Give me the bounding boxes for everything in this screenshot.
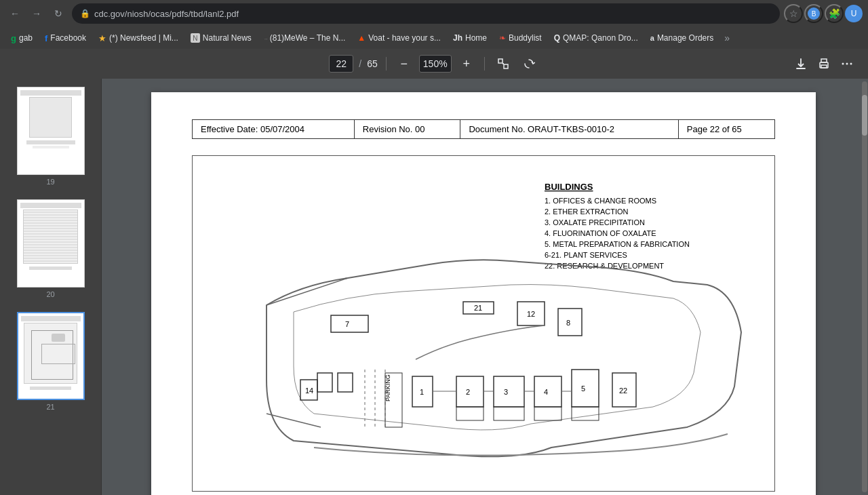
bookmark-facebook[interactable]: f Facebook: [39, 29, 92, 47]
bookmark-voat[interactable]: ▲ Voat - have your s...: [352, 29, 446, 47]
thumb-19-img: [17, 87, 85, 175]
extension-button[interactable]: B: [804, 4, 823, 23]
figure-box: BUILDINGS 1. OFFICES & CHANGE ROOMS 2. E…: [192, 155, 775, 492]
svg-rect-1: [504, 64, 508, 68]
fit-page-button[interactable]: [493, 54, 513, 74]
rotate-icon: [523, 58, 535, 70]
rotate-button[interactable]: [519, 54, 539, 74]
bookmark-newsfeed[interactable]: ★ (*) Newsfeed | Mi...: [93, 29, 184, 47]
svg-text:2: 2: [466, 388, 470, 396]
svg-text:12: 12: [527, 310, 535, 318]
bookmarks-bar: g gab f Facebook ★ (*) Newsfeed | Mi... …: [0, 27, 868, 49]
bookmark-facebook-label: Facebook: [50, 33, 86, 43]
zoom-input[interactable]: [419, 55, 452, 73]
thumb-21-img: [17, 312, 85, 400]
zoom-out-button[interactable]: −: [395, 54, 414, 73]
thumb-20-img: [17, 199, 85, 288]
thumbnail-page-21[interactable]: 21: [0, 309, 101, 414]
bookmark-buddylist[interactable]: ❧ Buddylist: [494, 29, 547, 47]
svg-rect-22: [331, 315, 368, 332]
svg-text:7: 7: [345, 320, 349, 328]
lock-icon: 🔒: [80, 9, 90, 18]
print-button[interactable]: [814, 54, 834, 74]
svg-point-11: [850, 63, 852, 65]
scrollbar-thumb[interactable]: [862, 95, 867, 136]
bookmark-voat-label: Voat - have your s...: [368, 33, 441, 43]
svg-text:8: 8: [566, 319, 570, 327]
fit-page-icon: [497, 58, 509, 70]
svg-text:3. OXALATE PRECIPITATION: 3. OXALATE PRECIPITATION: [545, 218, 645, 226]
address-bar[interactable]: 🔒 cdc.gov/niosh/ocas/pdfs/tbd/lanl2.pdf: [72, 3, 780, 24]
bookmark-qmap[interactable]: Q QMAP: Qanon Dro...: [549, 29, 644, 47]
pdf-controls: / 65 − +: [329, 54, 538, 74]
svg-rect-51: [338, 373, 353, 392]
pdf-page-22: Effective Date: 05/07/2004 Revision No. …: [151, 92, 816, 495]
svg-text:14: 14: [305, 387, 313, 395]
thumbnail-page-20[interactable]: 20: [0, 197, 101, 301]
address-bar-row: ← → ↻ 🔒 cdc.gov/niosh/ocas/pdfs/tbd/lanl…: [0, 0, 868, 27]
svg-text:22. RESEARCH & DEVELOPMENT: 22. RESEARCH & DEVELOPMENT: [545, 262, 664, 270]
forward-button[interactable]: →: [27, 4, 46, 23]
svg-rect-43: [534, 407, 561, 420]
more-bookmarks-button[interactable]: »: [720, 31, 734, 45]
toolbar-divider-1: [386, 57, 387, 71]
content-scrollbar[interactable]: [862, 81, 867, 492]
revision-cell: Revision No. 00: [354, 120, 460, 139]
total-pages: 65: [367, 58, 378, 69]
pdf-main: 19 20 21: [0, 79, 868, 495]
newsfeed-icon: ★: [98, 33, 106, 43]
svg-text:5: 5: [581, 384, 585, 393]
svg-rect-46: [572, 407, 599, 420]
bookmark-mewe[interactable]: ··· (81)MeWe – The N...: [258, 29, 351, 47]
thumbnail-page-19[interactable]: 19: [0, 84, 101, 189]
url-text: cdc.gov/niosh/ocas/pdfs/tbd/lanl2.pdf: [94, 9, 772, 19]
effective-date-cell: Effective Date: 05/07/2004: [193, 120, 355, 139]
bookmark-gab[interactable]: g gab: [5, 29, 38, 47]
bookmark-newsfeed-label: (*) Newsfeed | Mi...: [109, 33, 178, 43]
bookmark-gab-label: gab: [19, 33, 33, 43]
svg-text:1: 1: [420, 388, 424, 396]
bookmark-buddylist-label: Buddylist: [509, 33, 542, 43]
svg-text:21: 21: [474, 304, 482, 312]
more-tools-button[interactable]: [837, 54, 857, 74]
svg-rect-40: [494, 407, 524, 420]
more-tools-icon: [840, 57, 854, 71]
download-button[interactable]: [791, 54, 811, 74]
profile-avatar[interactable]: U: [845, 5, 863, 22]
bookmark-naturalnews-label: Natural News: [203, 33, 252, 43]
reload-button[interactable]: ↻: [49, 4, 68, 23]
thumb-19-num: 19: [46, 178, 54, 186]
back-button[interactable]: ←: [5, 4, 24, 23]
svg-text:2. ETHER EXTRACTION: 2. ETHER EXTRACTION: [545, 207, 629, 216]
document-no-cell: Document No. ORAUT-TKBS-0010-2: [460, 120, 678, 139]
svg-rect-50: [317, 373, 332, 392]
bookmark-home[interactable]: Jh Home: [448, 29, 492, 47]
svg-rect-8: [821, 65, 827, 68]
pdf-content-area[interactable]: Effective Date: 05/07/2004 Revision No. …: [106, 79, 861, 495]
bookmark-manage-orders[interactable]: a Manage Orders: [645, 29, 719, 47]
toolbar-divider-2: [484, 57, 485, 71]
bookmark-home-label: Home: [465, 33, 487, 43]
buddylist-icon: ❧: [499, 33, 506, 43]
zoom-in-button[interactable]: +: [457, 54, 476, 73]
home-icon: Jh: [453, 33, 462, 43]
svg-point-9: [842, 63, 844, 65]
thumb-21-num: 21: [46, 403, 54, 411]
bookmark-manage-orders-label: Manage Orders: [657, 33, 713, 43]
bookmarks-star-button[interactable]: ☆: [784, 4, 803, 23]
svg-text:4. FLUORINATION OF OXALATE: 4. FLUORINATION OF OXALATE: [545, 229, 656, 237]
thumb-20-num: 20: [46, 290, 54, 298]
svg-rect-37: [456, 407, 484, 420]
page-separator: /: [359, 58, 361, 69]
svg-text:3: 3: [504, 388, 508, 396]
page-number-input[interactable]: [329, 55, 353, 73]
svg-text:22: 22: [619, 387, 627, 395]
gab-icon: g: [11, 33, 16, 43]
pdf-toolbar: / 65 − +: [0, 49, 868, 79]
svg-text:6-21. PLANT SERVICES: 6-21. PLANT SERVICES: [545, 251, 627, 259]
facebook-icon: f: [45, 33, 47, 43]
extensions-button[interactable]: 🧩: [825, 4, 844, 23]
bookmark-naturalnews[interactable]: N Natural News: [185, 29, 257, 47]
thumbnail-panel: 19 20 21: [0, 79, 102, 495]
svg-text:5. METAL PREPARATION & FABRICA: 5. METAL PREPARATION & FABRICATION: [545, 240, 690, 248]
